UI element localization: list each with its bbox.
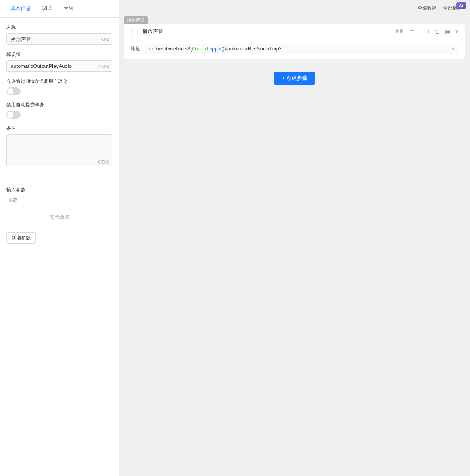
code-icon: <> [148,46,154,51]
name-section: 名称 4/50 标识符 24/50 允许通过Http方式调用自动化 禁用自动提交… [0,18,119,180]
notes-textarea[interactable] [6,134,112,166]
id-counter: 24/50 [98,64,109,69]
tab-debug[interactable]: 调试 [38,0,56,17]
name-counter: 4/50 [101,37,109,42]
params-section: 输入参数 参数 暂无数据 新增参数 [0,187,119,250]
step-field-input[interactable]: <> /web0/website/${Context.appId()}/auto… [145,44,458,54]
step-title: 播放声音 [143,28,393,35]
params-col-label: 参数 [6,197,112,203]
step-copy-icon[interactable]: 🗃 [408,27,416,35]
params-header: 输入参数 [6,187,112,193]
step-action-btns: 禁用 🗃 ↑ ↓ 🗑 ▣ ∨ [393,27,460,35]
params-table-header: 参数 [6,197,112,206]
create-step-button[interactable]: + 创建步骤 [274,72,315,85]
http-toggle[interactable] [6,87,21,95]
step-breadcrumb: 播放声音 [124,16,148,24]
step-field-label: 地址 [131,46,142,52]
step-expand-icon[interactable]: ∨ [453,28,460,35]
step-disable-button[interactable]: 禁用 [393,28,406,35]
id-input-wrapper: 24/50 [6,60,112,72]
step-card-header: ⋮⋮ 播放声音 禁用 🗃 ↑ ↓ 🗑 ▣ ∨ [124,24,465,39]
notes-counter: 0/500 [98,160,109,164]
name-input[interactable] [6,33,112,45]
disable-submit-toggle[interactable] [6,111,21,119]
drag-icon[interactable]: ⋮⋮ [129,28,140,35]
name-label: 名称 [6,24,112,31]
tab-outline[interactable]: 大纲 [60,0,78,17]
divider-1 [6,180,112,180]
collapse-all-button[interactable]: 全部收起 [414,3,440,13]
left-panel: 基本信息 调试 大纲 名称 4/50 标识符 24/50 允许通过Http方式调… [0,0,119,476]
tab-basic[interactable]: 基本信息 [6,0,35,17]
right-header: 全部收起 全部展开 Ai [119,0,470,16]
name-input-wrapper: 4/50 [6,33,112,45]
field-expand-button[interactable]: ∨ [451,46,455,52]
params-empty: 暂无数据 [6,208,112,227]
tab-bar: 基本信息 调试 大纲 [0,0,119,18]
notes-label: 备注 [6,125,112,132]
create-step-area: + 创建步骤 [124,64,465,93]
id-label: 标识符 [6,51,112,58]
add-param-button[interactable]: 新增参数 [6,232,36,244]
step-delete-icon[interactable]: 🗑 [433,27,442,35]
http-label: 允许通过Http方式调用自动化 [6,78,112,85]
step-card: ⋮⋮ 播放声音 禁用 🗃 ↑ ↓ 🗑 ▣ ∨ 地址 <> [124,24,465,59]
step-duplicate-icon[interactable]: ▣ [443,27,452,35]
step-field-value: /web0/website/${Context.appId()}/automat… [156,46,449,52]
ai-badge[interactable]: Ai [456,2,466,9]
step-body: 地址 <> /web0/website/${Context.appId()}/a… [124,39,465,59]
notes-wrapper: 0/500 [6,134,112,167]
step-field-row: 地址 <> /web0/website/${Context.appId()}/a… [131,44,458,54]
step-move-up-icon[interactable]: ↑ [418,27,424,35]
id-input[interactable] [6,60,112,72]
right-panel: 全部收起 全部展开 Ai 播放声音 ⋮⋮ 播放声音 禁用 🗃 ↑ ↓ 🗑 ▣ ∨ [119,0,470,476]
disable-submit-label: 禁用自动提交事务 [6,102,112,108]
step-move-down-icon[interactable]: ↓ [426,27,431,35]
steps-area: 播放声音 ⋮⋮ 播放声音 禁用 🗃 ↑ ↓ 🗑 ▣ ∨ 地址 [119,16,470,476]
